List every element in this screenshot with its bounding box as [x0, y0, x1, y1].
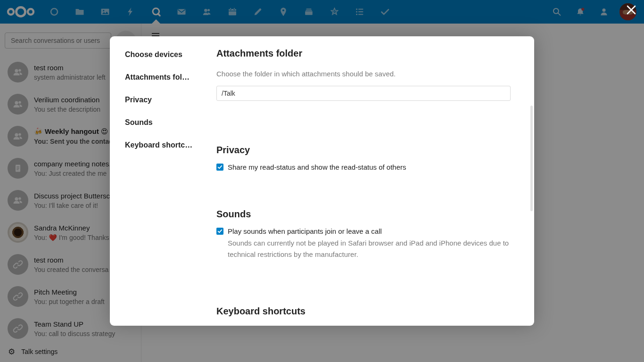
settings-nav: Choose devices Attachments fol… Privacy …: [110, 36, 210, 326]
attachments-folder-description: Choose the folder in which attachments s…: [216, 70, 520, 78]
nav-privacy[interactable]: Privacy: [125, 95, 210, 105]
privacy-heading: Privacy: [216, 145, 520, 156]
close-modal-button[interactable]: [625, 4, 637, 16]
settings-content: Attachments folder Choose the folder in …: [210, 36, 534, 326]
sounds-hint-text: Sounds can currently not be played in Sa…: [228, 238, 511, 260]
checkbox-checked-icon[interactable]: [216, 164, 223, 171]
nav-sounds[interactable]: Sounds: [125, 118, 210, 127]
sounds-heading: Sounds: [216, 209, 520, 220]
play-sounds-checkbox-row[interactable]: Play sounds when participants join or le…: [216, 227, 520, 235]
nav-keyboard-shortcuts[interactable]: Keyboard shortc…: [125, 140, 210, 150]
modal-scrollbar-thumb[interactable]: [530, 106, 533, 211]
keyboard-shortcuts-heading: Keyboard shortcuts: [216, 306, 520, 317]
read-status-checkbox-row[interactable]: Share my read-status and show the read-s…: [216, 163, 520, 171]
attachments-folder-input[interactable]: [216, 86, 511, 101]
read-status-label: Share my read-status and show the read-s…: [228, 163, 406, 171]
attachments-folder-heading: Attachments folder: [216, 48, 520, 59]
checkbox-checked-icon[interactable]: [216, 228, 223, 235]
nav-attachments-folder[interactable]: Attachments fol…: [125, 73, 210, 82]
talk-settings-modal: Choose devices Attachments fol… Privacy …: [110, 36, 534, 326]
nav-choose-devices[interactable]: Choose devices: [125, 50, 210, 59]
play-sounds-label: Play sounds when participants join or le…: [228, 227, 382, 235]
